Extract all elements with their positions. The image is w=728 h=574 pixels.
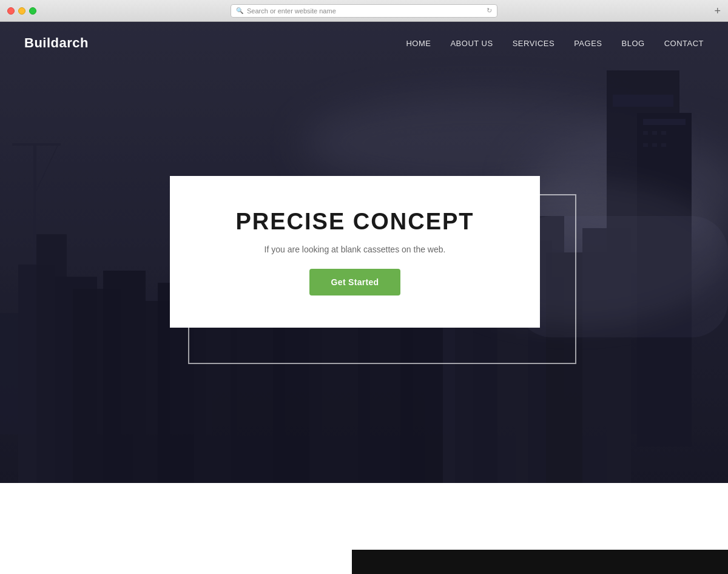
hero-content-box: PRECISE CONCEPT If you are looking at bl… <box>170 176 540 328</box>
black-bar <box>352 550 728 574</box>
nav-link-contact[interactable]: CONTACT <box>664 39 704 48</box>
address-text: Search or enter website name <box>247 7 483 15</box>
cta-button[interactable]: Get Started <box>309 269 401 295</box>
nav-link-pages[interactable]: PAGES <box>574 39 602 48</box>
search-icon: 🔍 <box>236 7 243 14</box>
hero-card-outer: PRECISE CONCEPT If you are looking at bl… <box>170 176 558 346</box>
nav-item-pages[interactable]: PAGES <box>574 38 602 49</box>
maximize-button[interactable] <box>29 7 36 15</box>
nav-item-services[interactable]: SERVICES <box>513 38 555 49</box>
hero-section: Buildarch HOME ABOUT US SERVICES PAGES B… <box>0 22 728 483</box>
hero-subtitle: If you are looking at blank cassettes on… <box>265 245 446 254</box>
nav-links: HOME ABOUT US SERVICES PAGES BLOG CONTAC… <box>406 38 704 49</box>
nav-item-about[interactable]: ABOUT US <box>450 38 493 49</box>
nav-item-contact[interactable]: CONTACT <box>664 38 704 49</box>
close-button[interactable] <box>7 7 15 15</box>
traffic-lights <box>7 7 36 15</box>
website-wrapper: Buildarch HOME ABOUT US SERVICES PAGES B… <box>0 22 728 574</box>
nav-item-home[interactable]: HOME <box>406 38 431 49</box>
nav-link-about[interactable]: ABOUT US <box>450 39 493 48</box>
nav-logo[interactable]: Buildarch <box>24 35 89 51</box>
nav-link-blog[interactable]: BLOG <box>622 39 645 48</box>
hero-content-wrapper: PRECISE CONCEPT If you are looking at bl… <box>170 176 558 346</box>
nav-link-services[interactable]: SERVICES <box>513 39 555 48</box>
new-tab-button[interactable]: + <box>714 5 721 16</box>
nav-item-blog[interactable]: BLOG <box>622 38 645 49</box>
minimize-button[interactable] <box>18 7 25 15</box>
address-bar[interactable]: 🔍 Search or enter website name ↻ <box>231 4 497 18</box>
below-fold-section <box>0 483 728 574</box>
nav-link-home[interactable]: HOME <box>406 39 431 48</box>
navbar: Buildarch HOME ABOUT US SERVICES PAGES B… <box>0 22 728 64</box>
browser-chrome: 🔍 Search or enter website name ↻ + <box>0 0 728 22</box>
reload-button[interactable]: ↻ <box>487 7 492 15</box>
hero-title: PRECISE CONCEPT <box>235 209 474 235</box>
